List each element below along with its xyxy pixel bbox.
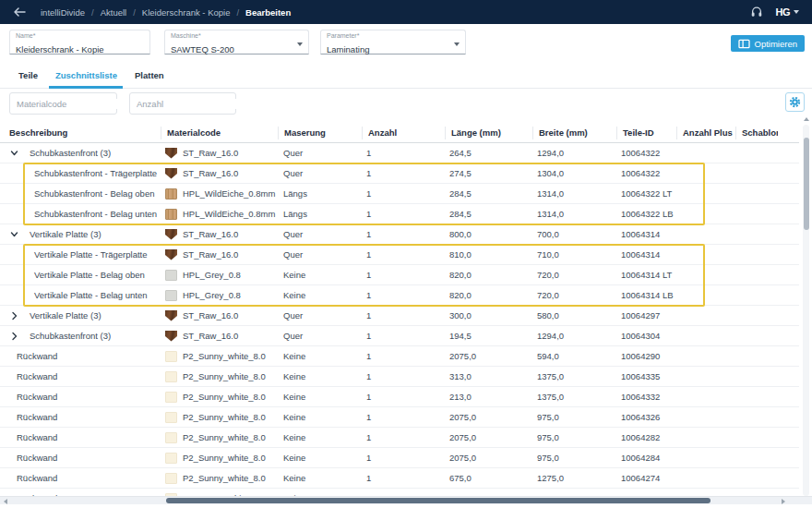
row-grain-cell: Quer — [278, 310, 362, 321]
material-swatch-p2-sunny — [165, 432, 177, 443]
tab-zuschnittsliste[interactable]: Zuschnittsliste — [55, 70, 117, 88]
vertical-scrollbar-thumb[interactable] — [804, 138, 809, 230]
column-header-schablone[interactable]: Schablone — [735, 127, 778, 139]
row-quantity-cell: 1 — [362, 453, 445, 463]
table-row[interactable]: Schubkastenfront - Belag obenHPL_WildEic… — [0, 184, 799, 204]
row-part-id-cell: 10064290 — [616, 351, 676, 361]
table-row[interactable]: Schubkastenfront (3)ST_Raw_16.0Quer1264,… — [0, 143, 799, 163]
row-description: Rückwand — [17, 432, 57, 442]
table-row[interactable]: RückwandP2_Sunny_white_8.0Keine12075,059… — [0, 346, 799, 367]
material-code: HPL_WildEiche_0.8mm — [183, 209, 275, 219]
table-row[interactable]: RückwandP2_Sunny_white_8.0Keine1675,0127… — [0, 468, 799, 489]
expand-chevron-icon[interactable] — [9, 311, 30, 321]
row-length-cell: 313,0 — [445, 371, 532, 381]
cutting-list-table: BeschreibungMaterialcodeMaserungAnzahlLä… — [0, 123, 799, 496]
breadcrumb-separator: / — [236, 7, 239, 18]
row-part-id-cell: 10064304 — [616, 331, 676, 341]
table-row[interactable]: RückwandP2_Sunny_white_8.0Keine12075,097… — [0, 448, 799, 468]
expand-chevron-icon[interactable] — [9, 332, 30, 341]
vertical-scrollbar[interactable] — [803, 125, 809, 496]
row-material-cell: HPL_WildEiche_0.8mm — [161, 209, 278, 220]
row-width-cell: 700,0 — [532, 229, 616, 239]
table-row[interactable]: RückwandP2_Sunny_white_8.0Keine12075,097… — [0, 428, 799, 448]
table-row[interactable]: Vertikale Platte - TrägerplatteST_Raw_16… — [0, 245, 799, 265]
row-description-cell: Schubkastenfront - Belag oben — [0, 188, 161, 199]
topbar-actions: HG — [750, 6, 800, 18]
table-body: Schubkastenfront (3)ST_Raw_16.0Quer1264,… — [0, 143, 799, 496]
arrow-left-icon — [13, 6, 26, 18]
tab-teile[interactable]: Teile — [18, 70, 38, 88]
material-swatch-p2-sunny — [165, 453, 177, 464]
material-filter — [9, 92, 117, 115]
scroll-right-arrow-icon[interactable] — [782, 499, 785, 504]
breadcrumb-item-aktuell[interactable]: Aktuell — [101, 7, 127, 18]
row-material-cell: P2_Sunny_white_8.0 — [161, 473, 278, 484]
column-settings-button[interactable] — [785, 92, 805, 112]
row-part-id-cell: 10064322 — [616, 148, 676, 158]
parameter-select[interactable]: Parameter* Laminating — [320, 30, 466, 54]
row-quantity-cell: 1 — [362, 310, 445, 321]
name-field[interactable]: Name* — [9, 30, 150, 54]
quantity-filter — [129, 92, 236, 115]
row-material-cell: ST_Raw_16.0 — [161, 168, 278, 179]
row-quantity-cell: 1 — [362, 290, 445, 300]
table-row[interactable]: RückwandP2_Sunny_white_8.0Keine12075,097… — [0, 407, 799, 428]
material-code: P2_Sunny_white_8.0 — [183, 473, 266, 483]
account-menu[interactable]: HG — [776, 6, 800, 18]
material-swatch-p2-sunny — [165, 473, 177, 484]
row-description: Schubkastenfront - Belag oben — [34, 188, 154, 199]
row-width-cell: 975,0 — [532, 453, 616, 463]
collapse-chevron-icon[interactable] — [9, 149, 30, 158]
row-quantity-cell: 1 — [362, 432, 445, 442]
column-header-beschreibung[interactable]: Beschreibung — [0, 127, 161, 139]
table-row[interactable]: Vertikale Platte - Belag untenHPL_Grey_0… — [0, 285, 799, 306]
table-row[interactable]: RückwandP2_Sunny_white_8.0Keine1213,0137… — [0, 387, 799, 407]
row-part-id-cell: 10064322 LB — [616, 209, 676, 219]
table-row[interactable]: RückwandP2_Sunny_white_8.0Keine1313,0137… — [0, 367, 799, 387]
column-header-maserung[interactable]: Maserung — [278, 127, 362, 139]
table-row[interactable]: Vertikale Platte - Belag obenHPL_Grey_0.… — [0, 265, 799, 285]
row-material-cell: ST_Raw_16.0 — [161, 310, 278, 321]
material-code: P2_Sunny_white_8.0 — [183, 392, 266, 402]
row-description: Schubkastenfront (3) — [30, 148, 111, 158]
table-row[interactable]: Vertikale Platte (3)ST_Raw_16.0Quer1800,… — [0, 224, 799, 245]
optimize-button[interactable]: Optimieren — [731, 35, 805, 52]
breadcrumb-item-job[interactable]: Kleiderschrank - Kopie — [142, 7, 231, 18]
column-header-materialcode[interactable]: Materialcode — [161, 127, 278, 139]
horizontal-scrollbar-thumb[interactable] — [166, 498, 710, 503]
column-header-l-nge-mm-[interactable]: Länge (mm) — [445, 127, 532, 139]
row-length-cell: 194,5 — [445, 331, 532, 341]
row-quantity-cell: 1 — [362, 331, 445, 341]
row-description-cell: Schubkastenfront - Trägerplatte — [0, 168, 161, 178]
quantity-filter-input[interactable] — [137, 99, 258, 109]
column-header-anzahl-plus[interactable]: Anzahl Plus — [676, 127, 735, 139]
support-headset-icon[interactable] — [750, 6, 763, 18]
tab-platten[interactable]: Platten — [135, 70, 164, 88]
table-row[interactable]: Schubkastenfront - Belag untenHPL_WildEi… — [0, 204, 799, 224]
scroll-up-arrow-icon[interactable] — [804, 117, 809, 121]
table-row[interactable]: RückwandP2_Sunny_white_8.0Keine12075,054… — [0, 489, 799, 496]
machine-select[interactable]: Maschine* SAWTEQ S-200 — [164, 30, 309, 54]
table-row[interactable]: Schubkastenfront (3)ST_Raw_16.0Quer1194,… — [0, 326, 799, 346]
back-button[interactable] — [13, 6, 26, 18]
table-row[interactable]: Schubkastenfront - TrägerplatteST_Raw_16… — [0, 163, 799, 184]
breadcrumb-item-app[interactable]: intelliDivide — [41, 7, 85, 18]
tab-bar: Teile Zuschnittsliste Platten — [0, 66, 812, 89]
material-filter-input[interactable] — [17, 99, 138, 109]
scroll-left-arrow-icon[interactable] — [4, 499, 7, 504]
horizontal-scrollbar[interactable] — [0, 496, 812, 504]
table-row[interactable]: Vertikale Platte (3)ST_Raw_16.0Quer1300,… — [0, 306, 799, 326]
row-quantity-cell: 1 — [362, 168, 445, 178]
column-header-anzahl[interactable]: Anzahl — [362, 127, 445, 139]
row-description: Rückwand — [17, 351, 57, 361]
column-header-breite-mm-[interactable]: Breite (mm) — [532, 127, 616, 139]
material-code: ST_Raw_16.0 — [183, 249, 238, 260]
collapse-chevron-icon[interactable] — [9, 230, 30, 239]
material-swatch-hpl-grey — [165, 290, 177, 301]
column-header-teile-id[interactable]: Teile-ID — [616, 127, 676, 139]
row-part-id-cell: 10064297 — [616, 310, 676, 321]
row-grain-cell: Keine — [278, 392, 362, 402]
name-input[interactable] — [16, 44, 144, 54]
row-material-cell: ST_Raw_16.0 — [161, 249, 278, 260]
filter-bar — [9, 92, 805, 115]
